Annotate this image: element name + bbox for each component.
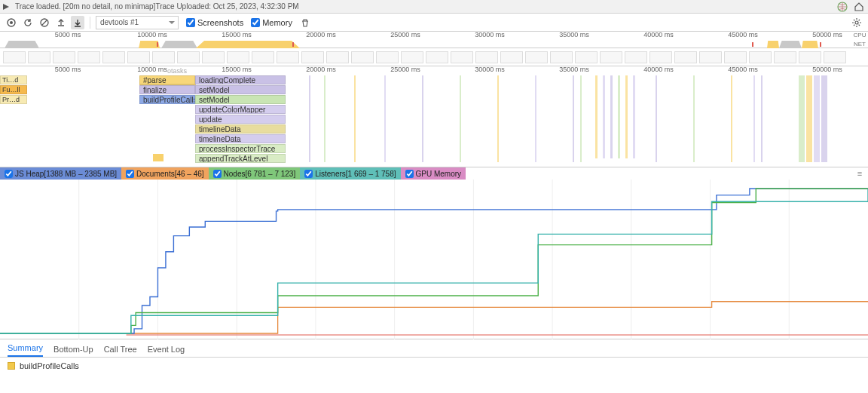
screenshot-thumb[interactable] <box>252 51 274 63</box>
screenshot-thumb[interactable] <box>799 51 821 63</box>
flame-entry[interactable]: updateColorMapper <box>195 105 286 114</box>
memory-checkbox[interactable] <box>251 18 260 27</box>
memory-graph[interactable] <box>0 180 868 339</box>
legend-item[interactable]: JS Heap[1388 MB – 2385 MB] <box>0 167 121 180</box>
screenshot-thumb[interactable] <box>177 51 200 63</box>
screenshots-checkbox[interactable] <box>186 18 195 27</box>
flame-entry[interactable]: setModel <box>195 85 286 94</box>
screenshots-checkbox-wrap[interactable]: Screenshots <box>186 18 243 27</box>
tab-event-log[interactable]: Event Log <box>148 342 185 357</box>
tab-bottom-up[interactable]: Bottom-Up <box>53 342 93 357</box>
screenshot-thumb[interactable] <box>699 51 722 63</box>
legend-checkbox[interactable] <box>213 170 222 178</box>
screenshot-thumb[interactable] <box>550 51 573 63</box>
overview-activity <box>196 41 300 48</box>
upload-button[interactable] <box>54 16 68 29</box>
screenshot-thumb[interactable] <box>53 51 75 63</box>
legend-checkbox[interactable] <box>126 170 134 178</box>
svg-point-6 <box>855 21 858 24</box>
screenshot-thumb[interactable] <box>475 51 498 63</box>
flame-entry[interactable]: timelineData <box>195 134 286 143</box>
screenshot-thumb[interactable] <box>774 51 796 63</box>
screenshot-thumb[interactable] <box>451 51 473 63</box>
screenshot-thumb[interactable] <box>326 51 349 63</box>
track-label[interactable]: Ti…d <box>0 75 27 84</box>
overview-activity <box>767 41 779 48</box>
ruler-tick: 35000 ms <box>559 66 589 73</box>
detail-tabs: SummaryBottom-UpCall TreeEvent Log <box>0 339 868 358</box>
screenshot-thumb[interactable] <box>724 51 747 63</box>
screenshot-thumb[interactable] <box>301 51 324 63</box>
legend-label: Listeners[1 669 – 1 758] <box>315 170 396 178</box>
flame-chart[interactable]: 5000 ms10000 ms15000 ms20000 ms25000 ms3… <box>0 66 868 167</box>
legend-item[interactable]: Documents[46 – 46] <box>121 167 209 180</box>
record-button[interactable] <box>5 16 18 29</box>
reload-button[interactable] <box>21 16 35 29</box>
screenshot-thumb[interactable] <box>401 51 423 63</box>
flame-entry[interactable]: buildProfileCalls <box>139 95 195 104</box>
timeline-overview[interactable]: 5000 ms10000 ms15000 ms20000 ms25000 ms3… <box>0 32 868 48</box>
screenshot-thumb[interactable] <box>28 51 50 63</box>
screenshot-thumb[interactable] <box>575 51 598 63</box>
tab-summary[interactable]: Summary <box>8 340 43 357</box>
legend-menu-icon[interactable]: ≡ <box>854 169 868 178</box>
screenshot-thumb[interactable] <box>78 51 100 63</box>
clear-button[interactable] <box>38 16 51 29</box>
flame-entry[interactable]: appendTrackAtLevel <box>195 154 286 163</box>
screenshot-thumb[interactable] <box>426 51 448 63</box>
legend-item[interactable]: GPU Memory <box>401 167 466 180</box>
globe-icon[interactable] <box>836 1 848 13</box>
flame-entry[interactable]: setModel <box>195 95 286 104</box>
screenshot-thumb[interactable] <box>3 51 26 63</box>
screenshot-thumb[interactable] <box>525 51 548 63</box>
legend-checkbox[interactable] <box>304 170 313 178</box>
screenshot-thumb[interactable] <box>351 51 374 63</box>
microtask-label: otasks <box>167 67 187 75</box>
legend-label: Documents[46 – 46] <box>136 170 204 178</box>
legend-item[interactable]: Nodes[6 781 – 7 123] <box>209 167 301 180</box>
screenshot-thumb[interactable] <box>749 51 772 63</box>
flame-entry[interactable]: processInspectorTrace <box>195 144 286 153</box>
screenshot-thumb[interactable] <box>102 51 125 63</box>
download-button[interactable] <box>71 16 84 29</box>
legend-item[interactable]: Listeners[1 669 – 1 758] <box>300 167 400 180</box>
screenshot-thumb[interactable] <box>202 51 225 63</box>
flame-entry[interactable]: finalize <box>139 85 195 94</box>
ruler-tick: 30000 ms <box>475 31 505 38</box>
flame-entry[interactable]: loadingComplete <box>195 75 286 84</box>
legend-checkbox[interactable] <box>5 170 13 178</box>
screenshot-thumb[interactable] <box>824 51 846 63</box>
flame-entry[interactable]: update <box>195 115 286 124</box>
screenshot-thumb[interactable] <box>227 51 249 63</box>
flame-entry[interactable]: #parse <box>139 75 195 84</box>
ruler-tick: 45000 ms <box>728 31 758 38</box>
cpu-label: CPU <box>851 32 868 41</box>
screenshot-thumb[interactable] <box>625 51 647 63</box>
screenshot-thumb[interactable] <box>127 51 150 63</box>
memory-checkbox-wrap[interactable]: Memory <box>251 18 292 27</box>
ruler-tick: 25000 ms <box>390 31 420 38</box>
overview-marker <box>292 42 294 47</box>
track-label[interactable]: Pr…d <box>0 95 27 104</box>
home-icon[interactable] <box>853 1 865 13</box>
overview-bars <box>0 41 868 48</box>
tab-call-tree[interactable]: Call Tree <box>104 342 137 357</box>
screenshot-strip[interactable] <box>0 48 868 66</box>
screenshot-thumb[interactable] <box>152 51 175 63</box>
screenshot-thumb[interactable] <box>277 51 299 63</box>
screenshots-label: Screenshots <box>197 18 243 27</box>
screenshot-thumb[interactable] <box>376 51 399 63</box>
flame-entry[interactable]: timelineData <box>195 124 286 134</box>
screenshot-thumb[interactable] <box>500 51 523 63</box>
play-icon[interactable] <box>3 3 11 11</box>
screenshot-thumb[interactable] <box>649 51 672 63</box>
track-label[interactable]: Fu…ll <box>0 85 27 94</box>
screenshot-thumb[interactable] <box>600 51 622 63</box>
settings-gear-icon[interactable] <box>850 16 863 29</box>
recording-dropdown[interactable]: devtools #1 <box>96 16 179 29</box>
garbage-collect-button[interactable] <box>298 16 312 29</box>
toolbar-divider <box>90 17 90 29</box>
legend-checkbox[interactable] <box>405 170 414 178</box>
screenshot-thumb[interactable] <box>674 51 697 63</box>
flame-rows: #parseloadingCompletefinalizesetModelbui… <box>139 75 294 164</box>
